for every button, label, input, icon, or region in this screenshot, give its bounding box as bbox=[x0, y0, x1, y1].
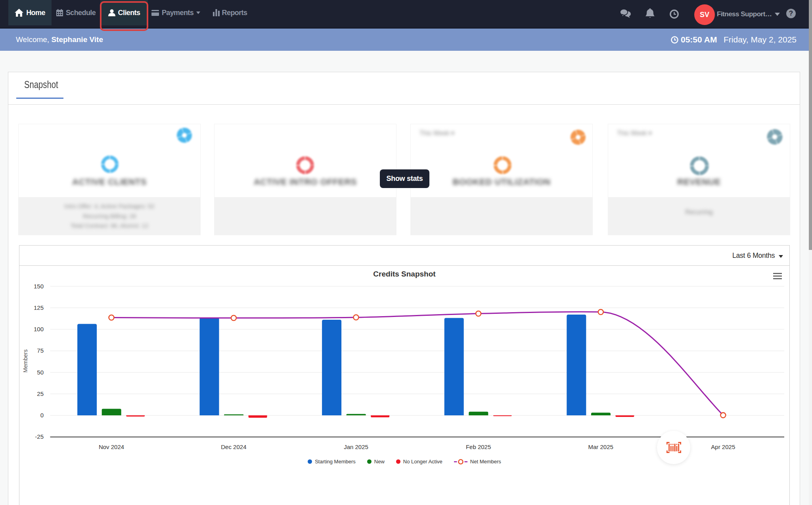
svg-text:100: 100 bbox=[34, 326, 44, 332]
svg-text:Nov 2024: Nov 2024 bbox=[99, 444, 124, 450]
svg-text:Apr 2025: Apr 2025 bbox=[711, 444, 735, 450]
svg-text:125: 125 bbox=[34, 304, 44, 311]
svg-text:75: 75 bbox=[37, 347, 44, 354]
svg-text:0: 0 bbox=[40, 412, 44, 419]
svg-text:150: 150 bbox=[34, 283, 44, 290]
svg-text:Jan 2025: Jan 2025 bbox=[344, 444, 368, 450]
svg-text:Members: Members bbox=[22, 349, 29, 373]
svg-text:Feb 2025: Feb 2025 bbox=[466, 444, 491, 450]
svg-text:50: 50 bbox=[37, 369, 44, 376]
svg-text:25: 25 bbox=[37, 390, 44, 397]
svg-text:Dec 2024: Dec 2024 bbox=[221, 444, 246, 450]
svg-text:-25: -25 bbox=[35, 433, 44, 440]
svg-text:Mar 2025: Mar 2025 bbox=[588, 444, 613, 450]
